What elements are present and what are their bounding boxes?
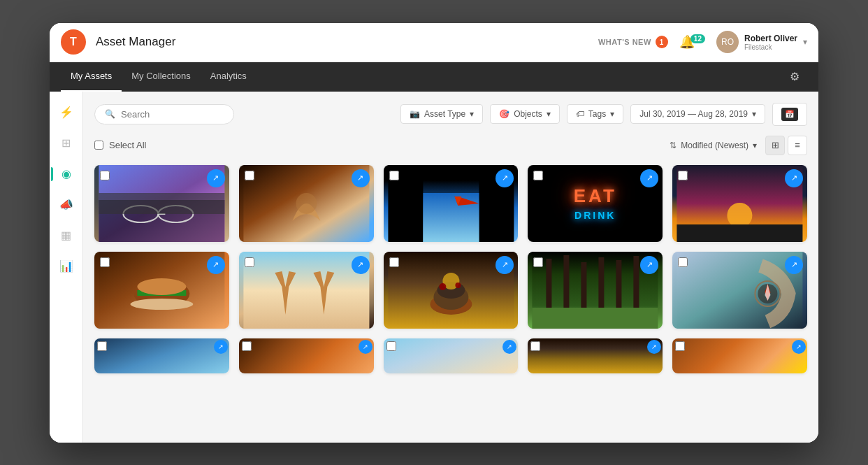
objects-chevron: ▾: [547, 109, 551, 119]
user-name: Robert Oliver: [744, 34, 797, 43]
asset-checkbox[interactable]: [245, 171, 254, 180]
asset-checkbox[interactable]: [389, 171, 399, 180]
asset-checkbox[interactable]: [100, 257, 110, 267]
asset-thumbnail: [239, 338, 374, 373]
expand-button[interactable]: ↗: [352, 169, 370, 187]
whats-new-section[interactable]: WHAT'S NEW 1: [598, 36, 668, 48]
asset-checkbox[interactable]: [100, 171, 110, 180]
sort-icon: ⇅: [670, 141, 677, 150]
expand-button[interactable]: ↗: [785, 169, 803, 187]
asset-grid: ↗: [94, 165, 807, 329]
search-box[interactable]: 🔍: [94, 104, 234, 124]
asset-card: ↗: [384, 165, 519, 242]
asset-checkbox[interactable]: [389, 257, 399, 267]
calendar-icon: 📅: [781, 108, 798, 121]
sidebar-item-bar-chart[interactable]: 📊: [54, 254, 79, 279]
partial-asset-card: ↗: [239, 338, 374, 373]
expand-button[interactable]: ↗: [207, 169, 225, 187]
objects-icon: 🎯: [499, 109, 509, 119]
asset-type-filter[interactable]: 📷 Asset Type ▾: [400, 104, 483, 124]
expand-button[interactable]: ↗: [214, 340, 228, 354]
asset-card-top: ↗: [384, 252, 519, 329]
asset-card-top: ↗: [672, 252, 807, 329]
asset-checkbox[interactable]: [533, 257, 543, 267]
tab-my-collections[interactable]: My Collections: [122, 62, 201, 92]
app-logo[interactable]: T: [61, 29, 86, 55]
objects-filter[interactable]: 🎯 Objects ▾: [490, 104, 560, 124]
sidebar-item-columns[interactable]: ▦: [54, 223, 79, 248]
asset-thumbnail: [672, 338, 807, 373]
tags-chevron: ▾: [610, 109, 614, 119]
partial-asset-card: ↗: [528, 338, 663, 373]
asset-card-top: ↗: [384, 165, 519, 242]
asset-card-top: ↗: [528, 252, 663, 329]
date-range-button[interactable]: Jul 30, 2019 — Aug 28, 2019 ▾: [630, 104, 765, 124]
asset-card-top: ↗: [672, 165, 807, 242]
date-range-text: Jul 30, 2019 — Aug 28, 2019: [639, 109, 748, 119]
expand-button[interactable]: ↗: [502, 340, 516, 354]
browser-window: T Asset Manager WHAT'S NEW 1 🔔 12 RO Rob…: [50, 23, 818, 443]
sidebar: ⚡ ⊞ ◉ 📣 ▦ 📊: [50, 92, 83, 443]
asset-checkbox[interactable]: [245, 257, 254, 267]
sidebar-item-chart[interactable]: ◉: [54, 162, 79, 187]
sidebar-item-megaphone[interactable]: 📣: [54, 192, 79, 217]
content-area: 🔍 📷 Asset Type ▾ 🎯 Objects ▾ 🏷 Tags: [83, 92, 818, 443]
svg-rect-31: [599, 257, 605, 315]
partial-asset-card: ↗: [384, 338, 519, 373]
svg-point-17: [137, 278, 186, 295]
tags-filter[interactable]: 🏷 Tags ▾: [567, 104, 623, 124]
sidebar-item-grid[interactable]: ⊞: [54, 131, 79, 156]
user-dropdown-icon[interactable]: ▾: [803, 37, 807, 47]
asset-card: ↗: [672, 165, 807, 242]
expand-button[interactable]: ↗: [496, 256, 514, 274]
whats-new-badge: 1: [656, 36, 668, 48]
view-toggle: ⊞ ≡: [765, 136, 807, 155]
asset-checkbox[interactable]: [678, 257, 688, 267]
partial-asset-card: ↗: [672, 338, 807, 373]
asset-card-top: ↗ EAT DRINK: [528, 165, 663, 242]
expand-button[interactable]: ↗: [352, 256, 370, 274]
asset-card: ↗: [528, 252, 663, 329]
list-view-button[interactable]: ≡: [788, 136, 807, 155]
calendar-icon-button[interactable]: 📅: [772, 103, 807, 126]
asset-checkbox[interactable]: [675, 341, 685, 351]
asset-checkbox[interactable]: [97, 341, 107, 351]
user-info[interactable]: RO Robert Oliver Filestack ▾: [716, 31, 807, 53]
select-all-checkbox[interactable]: [94, 141, 103, 150]
whats-new-label: WHAT'S NEW: [598, 38, 651, 46]
expand-button[interactable]: ↗: [647, 340, 661, 354]
asset-card: ↗: [384, 252, 519, 329]
expand-button[interactable]: ↗: [640, 169, 658, 187]
asset-checkbox[interactable]: [533, 171, 543, 180]
select-all-label: Select All: [109, 140, 146, 150]
expand-button[interactable]: ↗: [496, 169, 514, 187]
svg-rect-32: [616, 260, 622, 315]
expand-button[interactable]: ↗: [785, 256, 803, 274]
asset-checkbox[interactable]: [530, 341, 540, 351]
expand-button[interactable]: ↗: [792, 340, 806, 354]
asset-card-top: ↗: [239, 165, 374, 242]
search-input[interactable]: [121, 109, 224, 120]
top-bar: T Asset Manager WHAT'S NEW 1 🔔 12 RO Rob…: [50, 23, 818, 62]
neon-eat-text: EAT: [574, 185, 617, 207]
expand-button[interactable]: ↗: [640, 256, 658, 274]
avatar: RO: [716, 31, 739, 53]
asset-checkbox[interactable]: [242, 341, 252, 351]
asset-checkbox[interactable]: [678, 171, 688, 180]
asset-checkbox[interactable]: [386, 341, 396, 351]
sort-chevron: ▾: [753, 141, 757, 150]
notification-bell[interactable]: 🔔 12: [679, 34, 705, 50]
sidebar-item-flash[interactable]: ⚡: [54, 100, 79, 125]
tab-my-assets[interactable]: My Assets: [61, 62, 122, 92]
tab-analytics[interactable]: Analytics: [201, 62, 256, 92]
svg-rect-29: [564, 255, 570, 315]
user-name-wrap: Robert Oliver Filestack: [744, 34, 797, 51]
expand-button[interactable]: ↗: [207, 256, 225, 274]
nav-settings-button[interactable]: ⚙: [782, 64, 807, 90]
asset-card: ↗: [94, 165, 229, 242]
grid-view-button[interactable]: ⊞: [765, 136, 785, 155]
search-icon: 🔍: [105, 109, 115, 119]
asset-card: ↗: [239, 165, 374, 242]
expand-button[interactable]: ↗: [359, 340, 372, 354]
sort-button[interactable]: ⇅ Modified (Newest) ▾: [670, 141, 757, 150]
